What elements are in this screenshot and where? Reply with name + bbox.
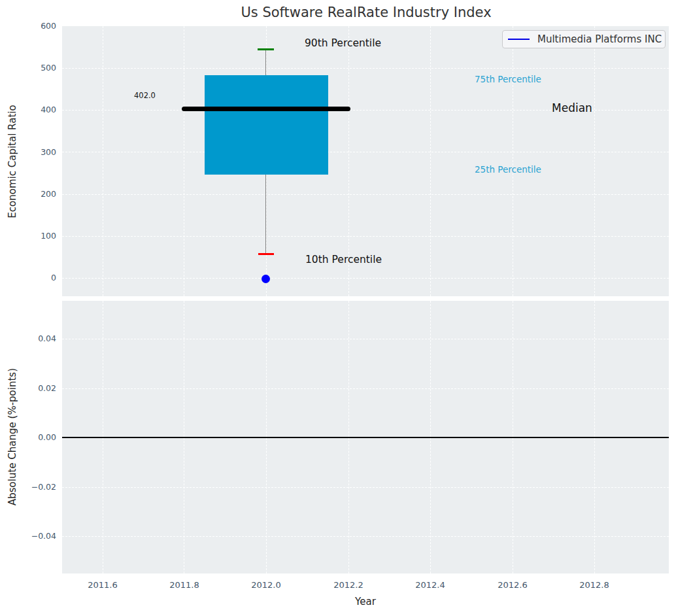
xtick: 2012.4 [404, 579, 456, 591]
gridline [184, 26, 184, 296]
median-value-annotation: 402.0 [134, 91, 156, 100]
gridline [62, 487, 669, 488]
ytick-bottom: 0.02 [16, 383, 56, 394]
gridline [62, 152, 669, 152]
p10-annotation: 10th Percentile [305, 254, 382, 265]
gridline [513, 26, 513, 296]
ytick-top: 500 [16, 62, 56, 74]
gridline [62, 194, 669, 195]
ytick-bottom: −0.04 [16, 530, 56, 542]
median-line [182, 107, 350, 111]
xtick: 2011.8 [158, 579, 211, 591]
xtick: 2011.6 [76, 579, 129, 591]
p90-cap-marker [258, 48, 274, 50]
top-y-axis-label: Economic Capital Ratio [7, 57, 20, 266]
p90-annotation: 90th Percentile [305, 37, 381, 49]
zero-baseline [62, 437, 669, 438]
xtick: 2012.6 [486, 579, 539, 591]
gridline [62, 236, 669, 237]
gridline [62, 339, 669, 339]
gridline [62, 68, 669, 69]
p75-annotation: 75th Percentile [475, 74, 541, 84]
xtick: 2012.8 [568, 579, 620, 591]
gridline [62, 388, 669, 389]
gridline [62, 278, 669, 279]
p10-cap-marker [258, 253, 274, 255]
xtick: 2012.2 [322, 579, 375, 591]
ytick-bottom: 0.00 [16, 432, 56, 443]
ytick-top: 200 [16, 188, 56, 200]
median-annotation: Median [552, 101, 592, 114]
legend-label: Multimedia Platforms INC [537, 33, 662, 45]
ytick-top: 400 [16, 104, 56, 116]
ytick-top: 300 [16, 146, 56, 158]
ytick-top: 100 [16, 230, 56, 242]
legend: Multimedia Platforms INC [502, 30, 666, 48]
gridline [103, 26, 103, 296]
figure: Us Software RealRate Industry Index [0, 0, 676, 616]
chart-title: Us Software RealRate Industry Index [0, 5, 676, 20]
p25-annotation: 25th Percentile [475, 164, 541, 175]
gridline [62, 536, 669, 537]
x-axis-label: Year [62, 596, 669, 607]
xtick: 2012.0 [240, 579, 292, 591]
ytick-bottom: −0.02 [16, 481, 56, 493]
gridline [430, 26, 431, 296]
ytick-bottom: 0.04 [16, 333, 56, 345]
ytick-top: 0 [16, 272, 56, 284]
ytick-top: 600 [16, 20, 56, 32]
bottom-y-axis-label: Absolute Change (%-points) [7, 332, 20, 541]
company-data-point [262, 275, 270, 283]
gridline [594, 26, 595, 296]
legend-line-sample [508, 39, 530, 41]
iqr-box [205, 75, 328, 175]
